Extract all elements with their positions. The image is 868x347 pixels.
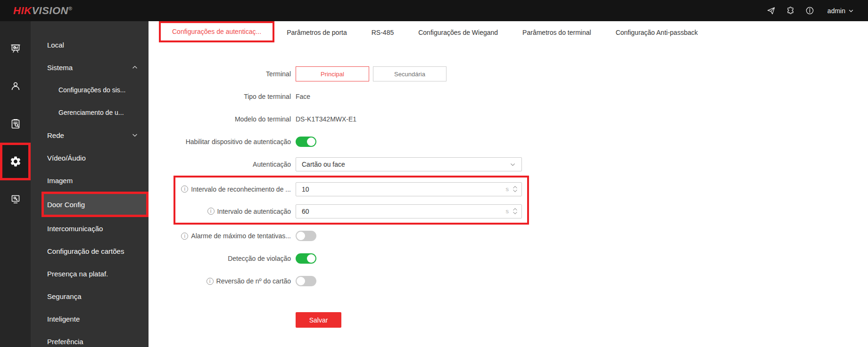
auth-settings-form: Terminal Principal Secundária Tipo de te… — [149, 44, 868, 328]
tab-configuracoes-de-wiegand[interactable]: Configurações de Wiegand — [406, 21, 510, 44]
auth-interval-value: 60 — [302, 208, 506, 215]
terminal-type-label: Tipo de terminal — [149, 93, 291, 100]
recognition-interval-input[interactable]: 10 s — [296, 182, 522, 196]
rail-item-search-log[interactable] — [0, 105, 31, 143]
main-content: Configurações de autenticaç... Parâmetro… — [149, 21, 868, 347]
tamper-detection-control — [296, 253, 316, 264]
tab-parametros-de-porta[interactable]: Parâmetros de porta — [274, 21, 359, 44]
chevron-up-icon — [132, 64, 138, 71]
tab-rs-485[interactable]: RS-485 — [359, 21, 406, 44]
recognition-interval-label: i Intervalo de reconhecimento de ... — [175, 186, 291, 193]
terminal-type-value: Face — [296, 93, 310, 100]
plugin-icon[interactable] — [786, 6, 795, 15]
number-stepper[interactable] — [513, 208, 518, 215]
rail-item-settings[interactable] — [0, 143, 31, 180]
toggle-knob — [297, 277, 305, 285]
tamper-detection-label: Detecção de violação — [149, 255, 291, 262]
sidebar-item-label: Inteligente — [47, 315, 80, 323]
terminal-segmented-control: Principal Secundária — [296, 66, 446, 81]
sidebar-item-label: Preferência — [47, 338, 83, 346]
tab-configuracao-anti-passback[interactable]: Configuração Anti-passback — [603, 21, 710, 44]
sidebar-item-door-config[interactable]: Door Config — [41, 192, 149, 217]
chevron-down-icon — [848, 8, 854, 14]
sidebar-item-sistema[interactable]: Sistema — [31, 56, 149, 79]
field-label: Terminal — [266, 70, 291, 78]
rail-item-maintenance[interactable] — [0, 180, 31, 218]
sidebar-item-local[interactable]: Local — [31, 33, 149, 56]
toggle-knob — [307, 137, 315, 146]
recognition-interval-control: 10 s — [296, 182, 522, 196]
tamper-detection-row: Detecção de violação — [149, 247, 868, 270]
rail-item-live-view[interactable] — [0, 30, 31, 67]
max-attempts-alarm-toggle[interactable] — [296, 231, 316, 241]
terminal-row: Terminal Principal Secundária — [149, 63, 868, 85]
card-reversal-toggle[interactable] — [296, 276, 316, 286]
stepper-up-icon[interactable] — [513, 186, 518, 189]
sidebar-item-preferencia[interactable]: Preferência — [31, 330, 149, 347]
hikvision-logo: HIKVISION® — [13, 5, 73, 17]
user-menu[interactable]: admin — [827, 7, 854, 15]
sidebar-item-label: Rede — [47, 131, 64, 139]
card-reversal-row: i Reversão de nº do cartão — [149, 270, 868, 292]
interval-annotation-box: i Intervalo de reconhecimento de ... 10 … — [174, 176, 529, 225]
sidebar-item-seguranca[interactable]: Segurança — [31, 285, 149, 307]
tab-parametros-do-terminal[interactable]: Parâmetros do terminal — [510, 21, 603, 44]
terminal-secundaria-button[interactable]: Secundária — [373, 66, 446, 81]
sidebar-item-label: Gerenciamento de u... — [58, 109, 124, 116]
unit-label: s — [506, 208, 509, 215]
field-label: Reversão de nº do cartão — [216, 277, 291, 285]
sidebar-menu: Local Sistema Configurações do sis... Ge… — [31, 21, 149, 347]
tab-configuracoes-de-autenticacao[interactable]: Configurações de autenticaç... — [159, 21, 274, 42]
sidebar-item-video-audio[interactable]: Vídeo/Áudio — [31, 146, 149, 169]
sidebar-item-inteligente[interactable]: Inteligente — [31, 307, 149, 330]
rail-item-user[interactable] — [0, 67, 31, 105]
info-icon[interactable] — [805, 6, 814, 15]
sidebar-item-presenca-na-plataforma[interactable]: Presença na plataf. — [31, 262, 149, 285]
field-label: Modelo do terminal — [235, 115, 291, 123]
sidebar-item-configuracoes-do-sistema[interactable]: Configurações do sis... — [31, 79, 149, 101]
recognition-interval-row: i Intervalo de reconhecimento de ... 10 … — [175, 178, 527, 200]
field-label: Autenticação — [253, 161, 291, 168]
sidebar-item-imagem[interactable]: Imagem — [31, 169, 149, 192]
sidebar-item-label: Imagem — [47, 177, 73, 185]
max-attempts-alarm-label: i Alarme de máximo de tentativas... — [149, 232, 291, 240]
save-button[interactable]: Salvar — [296, 312, 341, 328]
send-icon[interactable] — [767, 6, 776, 15]
sidebar-item-gerenciamento-de-usuarios[interactable]: Gerenciamento de u... — [31, 101, 149, 124]
terminal-model-value-wrap: DS-K1T342MWX-E1 — [296, 115, 356, 123]
auth-interval-row: i Intervalo de autenticação 60 s — [175, 200, 527, 222]
auth-mode-control: Cartão ou face — [296, 157, 522, 171]
chevron-down-icon — [132, 132, 138, 138]
logo-vision: VISION — [32, 5, 68, 16]
terminal-principal-button[interactable]: Principal — [296, 66, 369, 81]
stepper-down-icon[interactable] — [513, 189, 518, 193]
chevron-down-icon — [510, 161, 516, 168]
tamper-detection-toggle[interactable] — [296, 253, 316, 264]
tab-bar: Configurações de autenticaç... Parâmetro… — [149, 21, 868, 44]
field-label: Alarme de máximo de tentativas... — [191, 232, 291, 240]
sidebar-item-label: Door Config — [47, 201, 85, 209]
app-shell: Local Sistema Configurações do sis... Ge… — [0, 21, 868, 347]
topbar: HIKVISION® admin — [0, 0, 868, 21]
terminal-type-value-wrap: Face — [296, 93, 310, 100]
logo-registered-mark: ® — [68, 6, 73, 11]
sidebar-item-configuracao-de-cartoes[interactable]: Configuração de cartões — [31, 240, 149, 262]
field-label: Detecção de violação — [228, 255, 291, 262]
enable-auth-label: Habilitar dispositivo de autenticação — [149, 138, 291, 145]
stepper-down-icon[interactable] — [513, 211, 518, 215]
auth-mode-select[interactable]: Cartão ou face — [296, 157, 522, 171]
enable-auth-control — [296, 137, 316, 147]
sidebar-item-intercomunicacao[interactable]: Intercomunicação — [31, 217, 149, 240]
auth-interval-input[interactable]: 60 s — [296, 204, 522, 218]
toggle-knob — [307, 254, 315, 263]
enable-auth-toggle[interactable] — [296, 137, 316, 147]
field-label: Habilitar dispositivo de autenticação — [186, 138, 291, 145]
stepper-up-icon[interactable] — [513, 208, 518, 211]
field-label: Intervalo de autenticação — [217, 208, 291, 215]
terminal-label: Terminal — [149, 70, 291, 78]
auth-mode-selected-value: Cartão ou face — [302, 161, 345, 168]
sidebar-item-label: Configurações do sis... — [58, 86, 125, 94]
sidebar-item-rede[interactable]: Rede — [31, 124, 149, 146]
number-stepper[interactable] — [513, 186, 518, 193]
sidebar-item-label: Local — [47, 41, 64, 49]
